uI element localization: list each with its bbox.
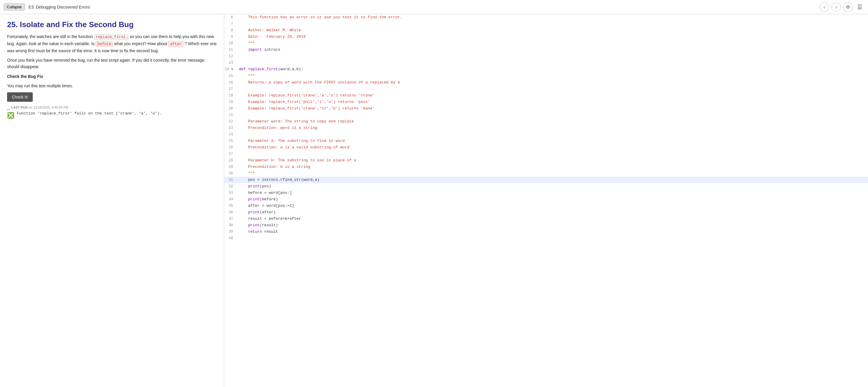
prev-button[interactable]: ‹: [819, 2, 829, 12]
code-line-31[interactable]: 31 pos = introcs.rfind_str(word,a): [224, 177, 868, 183]
line-number: 8: [224, 27, 239, 34]
code-line-21[interactable]: 21: [224, 112, 868, 118]
line-number: 21: [224, 112, 239, 118]
line-content: """: [239, 73, 868, 79]
line-number: 38: [224, 222, 239, 229]
code-line-24[interactable]: 24: [224, 131, 868, 138]
code-line-33[interactable]: 33 before = word[pos:]: [224, 190, 868, 196]
line-content: print(after): [239, 209, 868, 216]
code-line-9[interactable]: 9 Date: February 20, 2019: [224, 34, 868, 40]
line-number: 29: [224, 164, 239, 170]
line-number: 33: [224, 190, 239, 196]
line-content: def replace_first(word,a,b):: [239, 66, 868, 72]
top-bar-icons: ‹ › ⚙ ☰: [819, 2, 864, 12]
code-line-13[interactable]: 13: [224, 60, 868, 66]
code-line-19[interactable]: 19 Example: replace_first('poll','l','o'…: [224, 99, 868, 105]
code-line-25[interactable]: 25 Parameter a: The substring to find in…: [224, 138, 868, 144]
code-line-27[interactable]: 27: [224, 151, 868, 157]
line-content: Precondition: word is a string: [239, 125, 868, 131]
result-text: Function 'replace_first' fails on the te…: [17, 111, 162, 116]
line-number: 18: [224, 92, 239, 99]
code-after: after: [168, 41, 183, 47]
line-number: 27: [224, 151, 239, 157]
code-line-39[interactable]: 39 return result: [224, 229, 868, 235]
module-name: introcs: [264, 48, 280, 52]
main-layout: 25. Isolate and Fix the Second Bug Fortu…: [0, 14, 868, 387]
code-line-37[interactable]: 37 result = before+b+after: [224, 216, 868, 222]
line-content: Precondition: a is a valid substring of …: [239, 144, 868, 151]
code-line-15[interactable]: 15 """: [224, 73, 868, 79]
top-bar: Collapse E3: Debugging Discovered Errors…: [0, 0, 868, 14]
code-line-22[interactable]: 22 Parameter word: The string to copy an…: [224, 118, 868, 125]
code-line-6[interactable]: 6 This function has an error in it and y…: [224, 14, 868, 21]
result-row: ❎ Function 'replace_first' fails on the …: [7, 111, 217, 119]
result-error-icon: ❎: [7, 112, 14, 119]
keyword: print: [248, 210, 259, 214]
collapse-button[interactable]: Collapse: [4, 3, 25, 11]
line-number: 13: [224, 60, 239, 66]
paragraph-1: Fortunately, the watches are still in th…: [7, 33, 217, 54]
function-name: replace_first: [248, 67, 278, 71]
line-number: 12: [224, 53, 239, 60]
line-content: Example: replace_first('crane','cr','b')…: [239, 105, 868, 112]
top-bar-title: E3: Debugging Discovered Errors: [29, 5, 90, 9]
line-number: 25: [224, 138, 239, 144]
code-line-26[interactable]: 26 Precondition: a is a valid substring …: [224, 144, 868, 151]
list-button[interactable]: ☰: [855, 2, 864, 12]
line-number: 31: [224, 177, 239, 183]
italic-first: first: [28, 49, 35, 53]
line-number: 17: [224, 86, 239, 92]
line-number: 26: [224, 144, 239, 151]
next-button[interactable]: ›: [831, 2, 841, 12]
para1-text3: what you expect? How about: [113, 41, 168, 46]
line-number: 32: [224, 183, 239, 190]
line-content: This function has an error in it and you…: [239, 14, 868, 21]
line-number: 9: [224, 34, 239, 40]
code-line-16[interactable]: 16 Returns: a copy of word with the FIRS…: [224, 79, 868, 86]
para1-text5: must be the source of the error. It is n…: [34, 49, 159, 53]
line-number: 10: [224, 40, 239, 47]
code-line-32[interactable]: 32 print(pos): [224, 183, 868, 190]
last-run-label: LAST RUN: [11, 106, 28, 109]
line-number: 23: [224, 125, 239, 131]
code-args: (word,a,b):: [278, 67, 304, 71]
page-heading: 25. Isolate and Fix the Second Bug: [7, 20, 217, 29]
line-number: 30: [224, 170, 239, 177]
code-line-38[interactable]: 38 print(result): [224, 222, 868, 229]
line-number: 16: [224, 79, 239, 86]
code-line-35[interactable]: 35 after = word[pos:+1]: [224, 203, 868, 209]
code-line-29[interactable]: 29 Precondition: b is a string: [224, 164, 868, 170]
line-content: import introcs: [239, 47, 868, 53]
line-number: 34: [224, 196, 239, 203]
para1-text1: Fortunately, the watches are still in th…: [7, 34, 94, 39]
line-content: Parameter word: The string to copy and r…: [239, 118, 868, 125]
check-it-button[interactable]: Check It!: [7, 92, 33, 102]
line-number: 6: [224, 14, 239, 21]
code-line-30[interactable]: 30 """: [224, 170, 868, 177]
line-content: print(result): [239, 222, 868, 229]
code-line-7[interactable]: 7: [224, 21, 868, 27]
line-number: 37: [224, 216, 239, 222]
keyword: print: [248, 184, 259, 188]
code-line-8[interactable]: 8 Author: Walker M. White: [224, 27, 868, 34]
code-line-40[interactable]: 40: [224, 235, 868, 242]
code-line-18[interactable]: 18 Example: replace_first('crane','a','o…: [224, 92, 868, 99]
code-line-17[interactable]: 17: [224, 86, 868, 92]
code-line-20[interactable]: 20 Example: replace_first('crane','cr','…: [224, 105, 868, 112]
code-line-23[interactable]: 23 Precondition: word is a string: [224, 125, 868, 131]
settings-button[interactable]: ⚙: [843, 2, 852, 12]
code-line-34[interactable]: 34 print(before): [224, 196, 868, 203]
code-line-14[interactable]: 14 ▼def replace_first(word,a,b):: [224, 66, 868, 73]
line-content: print(pos): [239, 183, 868, 190]
line-number: 15: [224, 73, 239, 79]
keyword: return: [248, 230, 262, 234]
line-content: return result: [239, 229, 868, 235]
code-line-28[interactable]: 28 Parameter b: The substring to use in …: [224, 157, 868, 164]
line-content: Example: replace_first('poll','l','o') r…: [239, 99, 868, 105]
code-line-11[interactable]: 11 import introcs: [224, 47, 868, 53]
run-status-bar: ⎯ LAST RUN on 12/18/2020, 4:45:09 PM: [7, 105, 217, 110]
code-line-36[interactable]: 36 print(after): [224, 209, 868, 216]
line-content: Date: February 20, 2019: [239, 34, 868, 40]
code-line-12[interactable]: 12: [224, 53, 868, 60]
code-line-10[interactable]: 10 """: [224, 40, 868, 47]
